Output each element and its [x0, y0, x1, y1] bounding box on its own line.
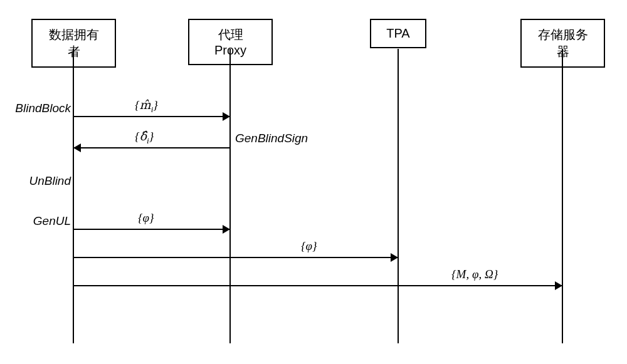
lifeline-tpa [398, 49, 399, 343]
msg-final [74, 285, 562, 286]
label-unblind: UnBlind [8, 174, 71, 188]
msg-phi-tpa-label: {φ} [301, 239, 317, 253]
msg-deltahat [74, 147, 229, 148]
label-genul: GenUL [8, 214, 71, 228]
msg-phi-tpa [74, 257, 398, 258]
msg-deltahat-label: {δ̂i} [135, 129, 154, 146]
label-blindblock: BlindBlock [2, 101, 71, 115]
msg-phi-proxy-label: {φ} [138, 211, 154, 225]
msg-phi-proxy [74, 229, 229, 230]
participant-tpa-label: TPA [386, 26, 409, 40]
label-genblindsign: GenBlindSign [235, 132, 308, 145]
lifeline-proxy [229, 49, 231, 343]
msg-mhat [74, 116, 229, 117]
participant-tpa: TPA [370, 19, 426, 48]
lifeline-owner [73, 49, 74, 343]
lifeline-server [562, 49, 563, 343]
sequence-diagram: 数据拥有者 代理Proxy TPA 存储服务器 BlindBlock {m̂i}… [31, 19, 596, 345]
msg-final-label: {M, φ, Ω} [451, 268, 498, 281]
msg-mhat-label: {m̂i} [135, 98, 158, 115]
